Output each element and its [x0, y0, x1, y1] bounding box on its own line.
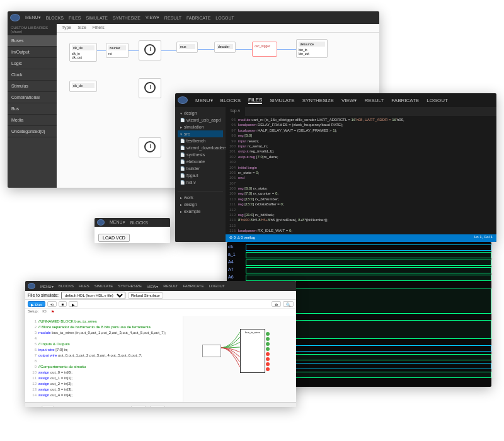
nav-files[interactable]: FILES — [69, 16, 81, 20]
nav-files[interactable]: FILES — [248, 97, 262, 104]
nav-view[interactable]: VIEW▾ — [147, 284, 158, 289]
load-vcd-button[interactable]: LOAD VCD — [98, 234, 130, 242]
nav-synth[interactable]: SYNTHESIZE — [118, 284, 142, 288]
tab-type[interactable]: Type — [62, 25, 71, 31]
range-start[interactable] — [131, 406, 146, 408]
block-clock3[interactable] — [139, 137, 161, 158]
tool-settings[interactable]: ⚙ — [272, 301, 281, 307]
pin-out0 — [266, 332, 270, 336]
logo-icon — [97, 219, 105, 226]
nav-fabricate[interactable]: FABRICATE — [391, 98, 419, 103]
nav-menu[interactable]: MENU▾ — [40, 284, 54, 289]
testbench-code[interactable]: 1//UNNAMED BLOCK bus_to_wires2// Bloco s… — [25, 316, 183, 402]
tree-section[interactable]: work — [178, 194, 223, 201]
run-button[interactable]: ▶ Run — [28, 301, 45, 307]
file-select[interactable]: default HDL (from HDL.v file) — [61, 292, 125, 299]
schematic-view[interactable]: bus_to_wires — [183, 316, 296, 402]
nav-simulate[interactable]: SIMULATE — [270, 98, 294, 103]
wave-label[interactable]: A7 — [228, 267, 236, 275]
sidebar-title: CUSTOM LIBRARIES (show) — [8, 24, 57, 35]
block-b7[interactable]: clk_div — [69, 81, 97, 92]
code-tab[interactable]: top.v — [226, 107, 245, 116]
wire — [97, 50, 106, 51]
block-clock2[interactable] — [139, 78, 161, 98]
input-block[interactable] — [202, 345, 221, 357]
pin-out5 — [266, 357, 270, 361]
status-left: ⊘ 0 ⚠ 0 verilog — [229, 235, 255, 241]
sidebar-item-bus[interactable]: Bus — [8, 103, 57, 115]
navbar: MENU▾ BLOCKS FILES SIMULATE SYNTHESIZE V… — [8, 11, 379, 24]
tree-section[interactable]: example — [178, 208, 223, 215]
nav-logout[interactable]: LOGOUT — [209, 284, 224, 288]
nav-menu[interactable]: MENU▾ — [110, 220, 125, 225]
nav-blocks[interactable]: BLOCKS — [46, 16, 64, 20]
nav-menu[interactable]: MENU▾ — [195, 98, 213, 103]
nav-synth[interactable]: SYNTHESIZE — [302, 98, 334, 103]
block-osc[interactable]: osc_trigger — [252, 42, 277, 57]
tool-play[interactable]: ▶ — [69, 301, 78, 307]
status-bar: ⊘ 0 ⚠ 0 verilog Ln 1, Col 1 — [226, 234, 496, 242]
clock-icon — [144, 82, 156, 93]
block-dec[interactable]: decoder — [214, 42, 236, 53]
nav-simulate[interactable]: SIMULATE — [86, 16, 108, 20]
wave-label[interactable]: A4 — [228, 260, 236, 267]
nav-blocks[interactable]: BLOCKS — [220, 98, 241, 103]
nav-view[interactable]: VIEW▾ — [341, 98, 357, 103]
wave-label[interactable]: clk — [228, 244, 236, 252]
tree-item[interactable]: wizard_usb_aspd — [178, 117, 223, 123]
tree-item[interactable]: wizard_downloaders — [178, 144, 223, 151]
sidebar-item-media[interactable]: Media — [8, 115, 57, 126]
nav-result[interactable]: RESULT — [164, 16, 181, 20]
sidebar-item-io[interactable]: In/Output — [8, 47, 57, 58]
canvas-tabs: Type Size Filters — [57, 24, 379, 33]
nav-view[interactable]: VIEW▾ — [146, 15, 159, 20]
reload-button[interactable]: Reload Simulator — [128, 292, 163, 299]
tree-item[interactable]: fpga.il — [178, 172, 223, 179]
block-deb[interactable]: debounce btn_in btn_out — [296, 39, 328, 58]
tree-section[interactable]: design — [178, 201, 223, 208]
tree-item[interactable]: simulation — [178, 123, 223, 130]
tree-item[interactable]: elaborate — [178, 158, 223, 165]
range-end[interactable] — [150, 406, 165, 408]
nav-blocks[interactable]: BLOCKS — [130, 220, 148, 225]
sidebar-item-stimulus[interactable]: Stimulus — [8, 81, 57, 92]
sidebar-item-buses[interactable]: Buses — [8, 35, 57, 47]
sidebar-item-clock[interactable]: Clock — [8, 69, 57, 81]
tool-stop[interactable]: ■ — [59, 301, 67, 307]
nav-result[interactable]: RESULT — [364, 98, 384, 103]
nav-blocks[interactable]: BLOCKS — [59, 284, 74, 288]
pin-out6 — [266, 362, 270, 366]
scale-input[interactable] — [42, 406, 54, 408]
nav-menu[interactable]: MENU▾ — [25, 15, 41, 20]
sidebar-item-comb[interactable]: Combinational — [8, 92, 57, 103]
nav-simulate[interactable]: SIMULATE — [94, 284, 113, 288]
nav-fabricate[interactable]: FABRICATE — [186, 16, 210, 20]
tree-root[interactable]: design — [178, 110, 223, 117]
block-clock1[interactable] — [139, 40, 161, 60]
nav-fabricate[interactable]: FABRICATE — [183, 284, 204, 288]
tab-filters[interactable]: Filters — [93, 25, 105, 31]
tool-zoom[interactable]: 🔍 — [283, 301, 294, 307]
nav-synth[interactable]: SYNTHESIZE — [113, 16, 140, 20]
sidebar-item-uncat[interactable]: Uncategorized(0) — [8, 126, 57, 137]
wave-signal — [246, 275, 491, 281]
code-area[interactable]: top.v 95module uart_rx (is_16x_clktrigge… — [226, 107, 496, 242]
tree-item[interactable]: testbench — [178, 137, 223, 144]
nav-logout[interactable]: LOGOUT — [215, 16, 234, 20]
block-counter[interactable]: counter rst — [106, 43, 129, 58]
tree-item[interactable]: src — [178, 130, 223, 137]
tree-item[interactable]: synthesis — [178, 151, 223, 158]
sidebar-item-logic[interactable]: Logic — [8, 58, 57, 69]
tree-item[interactable]: hdl.v — [178, 179, 223, 186]
pin-out7 — [266, 367, 270, 371]
block-clkdiv[interactable]: clk_div clk_in clk_out — [69, 43, 97, 62]
wave-label[interactable]: a_1 — [228, 252, 236, 260]
nav-logout[interactable]: LOGOUT — [427, 98, 448, 103]
block-mux[interactable]: mux — [176, 42, 198, 53]
tab-size[interactable]: Size — [77, 25, 86, 31]
tool-reset[interactable]: ⟲ — [47, 301, 57, 307]
tree-item[interactable]: builder — [178, 165, 223, 172]
file-tree: design wizard_usb_aspd simulation src te… — [175, 107, 226, 242]
nav-result[interactable]: RESULT — [163, 284, 178, 288]
nav-files[interactable]: FILES — [79, 284, 89, 288]
